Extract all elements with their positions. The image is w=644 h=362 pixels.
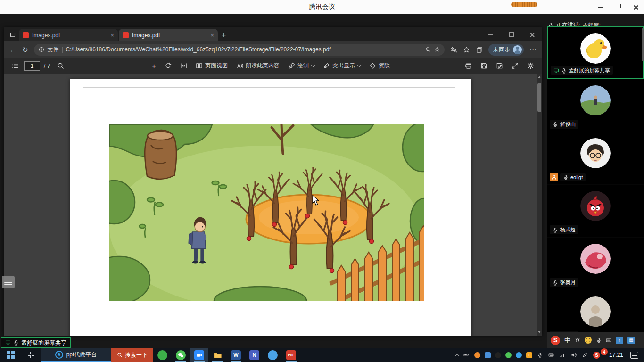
- taskbar-tencent-meeting[interactable]: [190, 348, 208, 362]
- tray-bluetooth-icon[interactable]: [516, 352, 522, 358]
- tray-doc-icon[interactable]: [485, 352, 491, 358]
- info-icon[interactable]: [39, 47, 44, 52]
- task-view-button[interactable]: [22, 348, 41, 362]
- tray-wechat-icon[interactable]: [505, 352, 512, 358]
- url-text[interactable]: C:/Users/86186/Documents/WeChat%20Files/…: [66, 46, 422, 53]
- new-tab-icon[interactable]: +: [222, 31, 226, 40]
- tray-touch-keyboard-icon[interactable]: [548, 352, 555, 359]
- file-scheme-label: 文件: [48, 46, 59, 54]
- participant-tile[interactable]: eoljgt: [547, 132, 644, 184]
- fullscreen-icon[interactable]: [508, 60, 522, 72]
- print-icon[interactable]: [462, 60, 475, 72]
- tab-close-icon[interactable]: ×: [110, 32, 114, 38]
- tab-images-pdf-2[interactable]: Images.pdf ×: [119, 29, 218, 41]
- read-aloud-button[interactable]: 朗读此页内容: [233, 60, 283, 72]
- taskbar-wechat[interactable]: [172, 348, 190, 362]
- page-view-button[interactable]: 页面视图: [192, 60, 231, 72]
- translate-icon[interactable]: [450, 46, 457, 53]
- taskbar-app-green[interactable]: [153, 348, 172, 362]
- pdf-viewport[interactable]: [4, 74, 542, 336]
- participant-tile[interactable]: 曹鹏基: [547, 290, 644, 337]
- taskbar-onenote[interactable]: N: [245, 348, 264, 362]
- browser-close-icon[interactable]: [529, 31, 536, 38]
- chevron-down-icon[interactable]: [357, 63, 361, 67]
- erase-button[interactable]: 擦除: [366, 60, 393, 72]
- profile-sync-button[interactable]: 未同步: [488, 44, 524, 56]
- address-bar[interactable]: 文件 C:/Users/86186/Documents/WeChat%20Fil…: [34, 44, 445, 56]
- emoji-icon[interactable]: [585, 337, 592, 344]
- hidden-icons-caret[interactable]: [455, 354, 459, 357]
- scroll-down-icon[interactable]: [538, 331, 541, 333]
- mic-icon: [563, 174, 569, 180]
- participant-name-label: 解俊山: [550, 120, 578, 129]
- tray-pen-icon[interactable]: [582, 352, 589, 359]
- essentials-icon[interactable]: [434, 47, 440, 52]
- participant-tile[interactable]: 杨武超: [547, 185, 644, 237]
- meeting-panel-toggle[interactable]: [2, 276, 15, 288]
- scroll-up-icon[interactable]: [538, 76, 541, 78]
- tray-network-icon[interactable]: [559, 352, 566, 359]
- tab-close-icon[interactable]: ×: [210, 32, 214, 38]
- save-icon[interactable]: [477, 60, 491, 72]
- tray-update-icon[interactable]: +: [526, 352, 532, 358]
- participant-tile[interactable]: 张奥月: [547, 238, 644, 290]
- scrollbar-thumb[interactable]: [537, 83, 541, 112]
- refresh-icon[interactable]: ↻: [22, 46, 28, 53]
- punctuation-icon[interactable]: [575, 337, 580, 343]
- action-center-icon[interactable]: [630, 352, 638, 359]
- taskbar-file-explorer[interactable]: [208, 348, 227, 362]
- restore-icon[interactable]: [615, 4, 621, 10]
- minimize-icon[interactable]: [597, 4, 603, 10]
- participant-tile[interactable]: 孟舒展的屏幕共享: [547, 26, 644, 79]
- zoom-in-icon[interactable]: +: [149, 60, 159, 72]
- browser-minimize-icon[interactable]: [487, 31, 494, 38]
- collections-icon[interactable]: [476, 46, 483, 53]
- taskbar-app-blue[interactable]: [264, 348, 282, 362]
- taskbar-search-button[interactable]: 搜索一下: [111, 348, 153, 362]
- taskbar-pdf-reader[interactable]: PDF: [282, 348, 300, 362]
- tray-battery-icon[interactable]: [463, 352, 470, 359]
- meeting-shared-screen: 正在讲话: 孟舒展; Images.pdf × Images.pdf ×: [0, 14, 644, 348]
- tab-images-pdf-1[interactable]: Images.pdf ×: [19, 29, 118, 41]
- settings-menu-icon[interactable]: ⋯: [529, 46, 537, 53]
- highlight-button[interactable]: 突出显示: [320, 60, 364, 72]
- toolbox-icon[interactable]: ↑: [616, 337, 623, 344]
- draw-button[interactable]: 绘制: [285, 60, 318, 72]
- windows-logo-icon: [7, 351, 15, 359]
- rotate-icon[interactable]: [161, 60, 175, 72]
- fit-width-icon[interactable]: [177, 60, 190, 72]
- pdf-settings-icon[interactable]: [524, 60, 537, 72]
- ime-mode-toggle[interactable]: 中: [564, 336, 570, 345]
- toc-icon[interactable]: [8, 60, 22, 72]
- close-icon[interactable]: [633, 4, 639, 10]
- zoom-icon[interactable]: [425, 47, 431, 52]
- browser-maximize-icon[interactable]: [508, 31, 515, 38]
- taskbar-word[interactable]: W: [227, 348, 245, 362]
- tray-mic-icon[interactable]: [537, 352, 544, 359]
- participant-tile[interactable]: 解俊山: [547, 79, 644, 132]
- tab-actions-icon[interactable]: [7, 29, 19, 41]
- pdf-scrollbar[interactable]: [537, 74, 542, 336]
- voice-input-icon[interactable]: [596, 337, 602, 343]
- tray-sogou-s-icon[interactable]: S: [593, 352, 600, 359]
- save-as-icon[interactable]: [493, 60, 506, 72]
- tray-sogou-icon[interactable]: [474, 352, 480, 358]
- screen-share-icon: [553, 68, 559, 74]
- chevron-down-icon[interactable]: [311, 63, 315, 67]
- keyboard-icon[interactable]: [606, 337, 611, 343]
- tray-volume-icon[interactable]: [570, 352, 578, 359]
- favorites-icon[interactable]: [463, 46, 470, 53]
- start-button[interactable]: [0, 348, 22, 362]
- sidebar-scrollbar[interactable]: [642, 28, 644, 61]
- back-icon[interactable]: ←: [9, 46, 17, 53]
- avatar: [580, 138, 611, 168]
- search-icon[interactable]: [54, 60, 67, 72]
- sogou-logo-icon[interactable]: S: [551, 336, 560, 345]
- zoom-out-icon[interactable]: −: [136, 60, 147, 72]
- taskbar-clock[interactable]: 4 17:21: [604, 352, 626, 358]
- tray-qq-icon[interactable]: [495, 352, 501, 358]
- taskbar-edge-window[interactable]: e ppt代做平台: [41, 348, 111, 362]
- page-number-input[interactable]: [24, 61, 40, 71]
- handwriting-grid-icon[interactable]: ▦: [627, 337, 635, 344]
- notification-badge: 4: [601, 348, 608, 355]
